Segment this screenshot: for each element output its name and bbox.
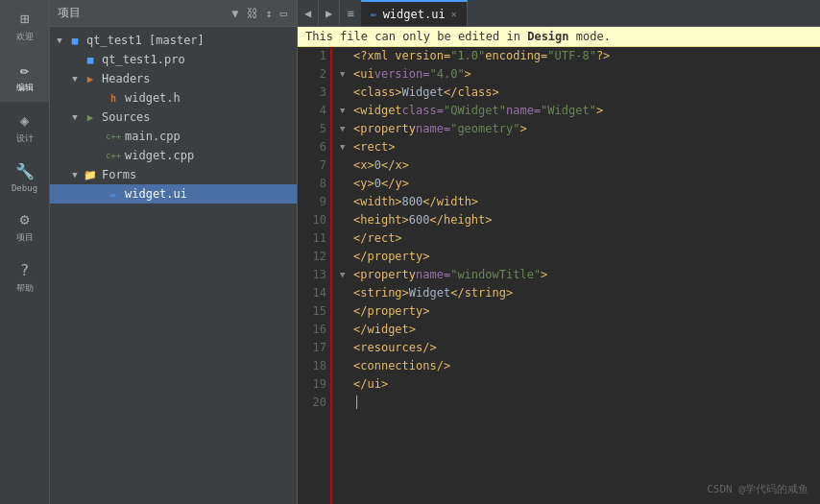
maincpp-label: main.cpp	[125, 130, 181, 143]
tree-item-widget-h[interactable]: h widget.h	[50, 88, 297, 108]
panel-header: 项目 ▼ ⛓ ↕ ▭	[50, 0, 297, 27]
code-line-10: <height>600</height>	[340, 211, 812, 229]
fold-arrow-13[interactable]: ▼	[340, 266, 353, 284]
sources-arrow: ▼	[69, 112, 81, 122]
pro-icon: ■	[83, 52, 98, 67]
file-tree: ▼ ■ qt_test1 [master] ■ qt_test1.pro ▼ ▶…	[50, 27, 297, 504]
sources-icon: ▶	[83, 109, 98, 125]
sidebar-label-help: 帮助	[16, 282, 34, 295]
info-design-word: Design	[527, 30, 568, 43]
info-bar: This file can only be edited in Design m…	[298, 27, 820, 47]
forms-arrow: ▼	[69, 170, 81, 180]
tab-file-icon: ✏	[371, 8, 377, 20]
sort-btn[interactable]: ↕	[264, 5, 275, 22]
fold-arrow-2[interactable]: ▼	[340, 65, 353, 84]
code-line-1: <?xml version="1.0" encoding="UTF-8"?>	[340, 47, 812, 65]
fold-arrow-5[interactable]: ▼	[340, 120, 353, 138]
line-numbers: 1234567891011121314151617181920	[298, 47, 332, 504]
panel-toolbar: ▼ ⛓ ↕ ▭	[229, 5, 289, 22]
widgeth-label: widget.h	[125, 91, 181, 105]
code-line-16: </widget>	[340, 321, 812, 339]
code-line-3: <class>Widget</class>	[340, 84, 812, 102]
root-icon: ■	[67, 33, 83, 48]
editor-area: ◀ ▶ ≡ ✏ widget.ui ✕ This file can only b…	[298, 0, 820, 504]
code-line-9: <width>800</width>	[340, 193, 812, 211]
info-suffix: mode.	[569, 30, 611, 43]
edit-icon: ✏	[14, 59, 36, 80]
welcome-icon: ⊞	[14, 8, 36, 29]
tree-item-headers[interactable]: ▼ ▶ Headers	[50, 69, 297, 88]
project-panel: 项目 ▼ ⛓ ↕ ▭ ▼ ■ qt_test1 [master] ■ qt_te…	[50, 0, 298, 504]
link-btn[interactable]: ⛓	[245, 5, 260, 22]
tab-menu-btn[interactable]: ≡	[340, 0, 361, 26]
tab-widget-ui[interactable]: ✏ widget.ui ✕	[361, 0, 468, 26]
sidebar-item-help[interactable]: ? 帮助	[0, 252, 49, 302]
code-line-7: <x>0</x>	[340, 156, 812, 175]
widgetui-icon: ✏	[106, 186, 121, 202]
info-message: This file can only be edited in	[305, 30, 527, 43]
pro-label: qt_test1.pro	[102, 53, 185, 66]
headers-arrow: ▼	[69, 74, 81, 84]
code-line-2: ▼<ui version="4.0">	[340, 65, 812, 84]
code-line-8: <y>0</y>	[340, 175, 812, 193]
widgetcpp-icon: c++	[106, 148, 121, 163]
fold-arrow-6[interactable]: ▼	[340, 138, 353, 156]
code-line-12: </property>	[340, 248, 812, 266]
sidebar: ⊞ 欢迎 ✏ 编辑 ◈ 设计 🔧 Debug ⚙ 项目 ? 帮助	[0, 0, 50, 504]
code-line-13: ▼ <property name="windowTitle">	[340, 266, 812, 284]
tab-label: widget.ui	[383, 8, 446, 21]
collapse-btn[interactable]: ▭	[278, 5, 289, 22]
tree-item-widget-cpp[interactable]: c++ widget.cpp	[50, 146, 297, 165]
sidebar-item-project[interactable]: ⚙ 项目	[0, 201, 49, 252]
sidebar-label-debug: Debug	[12, 183, 37, 193]
sidebar-item-design[interactable]: ◈ 设计	[0, 102, 49, 153]
sidebar-item-edit[interactable]: ✏ 编辑	[0, 51, 49, 102]
tab-next-btn[interactable]: ▶	[319, 0, 340, 26]
code-line-6: ▼ <rect>	[340, 138, 812, 156]
tree-root[interactable]: ▼ ■ qt_test1 [master]	[50, 31, 297, 50]
code-line-11: </rect>	[340, 229, 812, 248]
editor-tabs: ◀ ▶ ≡ ✏ widget.ui ✕	[298, 0, 820, 27]
code-line-20: │	[340, 394, 812, 412]
code-content[interactable]: <?xml version="1.0" encoding="UTF-8"?>▼<…	[332, 47, 820, 504]
code-line-5: ▼ <property name="geometry">	[340, 120, 812, 138]
tab-prev-btn[interactable]: ◀	[298, 0, 319, 26]
sources-label: Sources	[102, 110, 151, 124]
widgetcpp-label: widget.cpp	[125, 149, 194, 162]
tree-item-widget-ui[interactable]: ✏ widget.ui	[50, 184, 297, 204]
sidebar-label-edit: 编辑	[16, 82, 34, 94]
headers-label: Headers	[102, 72, 151, 85]
sidebar-label-project: 项目	[16, 231, 34, 244]
project-icon: ⚙	[14, 208, 36, 229]
tree-item-main-cpp[interactable]: c++ main.cpp	[50, 127, 297, 146]
tree-item-forms[interactable]: ▼ 📁 Forms	[50, 165, 297, 184]
help-icon: ?	[14, 259, 36, 280]
code-line-15: </property>	[340, 302, 812, 321]
widgeth-icon: h	[106, 90, 121, 106]
sidebar-label-welcome: 欢迎	[16, 31, 34, 43]
code-line-17: <resources/>	[340, 339, 812, 357]
code-line-14: <string>Widget</string>	[340, 284, 812, 302]
forms-icon: 📁	[83, 167, 98, 182]
watermark: CSDN @学代码的咸鱼	[707, 482, 808, 496]
widgetui-label: widget.ui	[125, 187, 187, 201]
maincpp-icon: c++	[106, 129, 121, 144]
sidebar-item-debug[interactable]: 🔧 Debug	[0, 153, 49, 201]
tab-close-btn[interactable]: ✕	[451, 9, 457, 19]
panel-title: 项目	[58, 5, 81, 21]
filter-btn[interactable]: ▼	[229, 5, 240, 22]
tree-item-sources[interactable]: ▼ ▶ Sources	[50, 108, 297, 127]
tree-item-pro[interactable]: ■ qt_test1.pro	[50, 50, 297, 69]
sidebar-item-welcome[interactable]: ⊞ 欢迎	[0, 0, 49, 51]
root-arrow: ▼	[54, 36, 65, 45]
fold-arrow-4[interactable]: ▼	[340, 102, 353, 120]
code-line-4: ▼ <widget class="QWidget" name="Widget">	[340, 102, 812, 120]
code-line-18: <connections/>	[340, 357, 812, 375]
debug-icon: 🔧	[14, 160, 36, 181]
code-editor: 1234567891011121314151617181920 <?xml ve…	[298, 47, 820, 504]
root-label: qt_test1 [master]	[86, 34, 205, 47]
code-line-19: </ui>	[340, 375, 812, 394]
design-icon: ◈	[14, 109, 36, 131]
forms-label: Forms	[102, 168, 136, 181]
sidebar-label-design: 设计	[16, 132, 34, 145]
